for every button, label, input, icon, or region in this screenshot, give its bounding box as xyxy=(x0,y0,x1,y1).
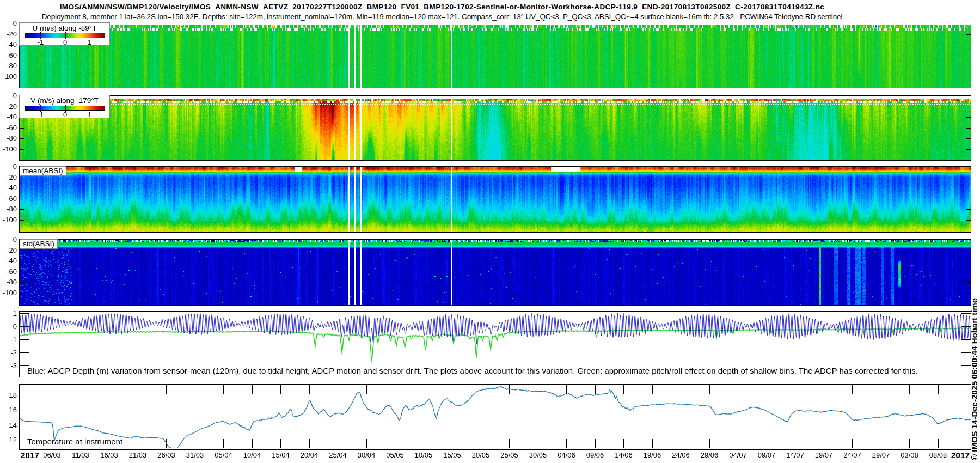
ylabel-u_velocity--100: -100 xyxy=(1,74,17,80)
xlabel-20-04: 20/04 xyxy=(295,451,324,459)
ylabel-std_absi--80: -80 xyxy=(1,279,17,285)
ylabel-u_velocity--40: -40 xyxy=(1,41,17,48)
title-line1: IMOS/ANMN/NSW/BMP120/Velocity/IMOS_ANMN-… xyxy=(0,3,884,11)
v-velocity-heatmap-canvas xyxy=(20,96,971,160)
ylabel-depth-variation--1: -1 xyxy=(1,337,17,343)
ylabel-depth-variation--2: -2 xyxy=(1,350,17,356)
ylabel-mean_absi--40: -40 xyxy=(1,185,17,191)
std-absi-heatmap-canvas xyxy=(20,240,971,305)
mean-absi-label: mean(ABSI) xyxy=(20,166,66,176)
xlabel-24-07: 24/07 xyxy=(838,451,867,459)
colorbar-label-1: 1 xyxy=(84,111,95,119)
xlabel-11-03: 11/03 xyxy=(66,451,95,459)
v-velocity-legend-title: V (m/s) along -179°T xyxy=(20,96,109,105)
mean-absi-heatmap-canvas xyxy=(20,167,971,232)
ylabel-temperature-18: 18 xyxy=(1,392,17,399)
ylabel-v_velocity--100: -100 xyxy=(1,146,17,153)
temperature-canvas xyxy=(20,385,971,448)
ylabel-v_velocity--80: -80 xyxy=(1,135,17,142)
colorbar-label-0: 0 xyxy=(60,111,71,119)
watermark: © IMOS 14-Dec-2025 06:00:44 Hobart time xyxy=(970,298,979,460)
xlabel-31-03: 31/03 xyxy=(181,451,210,459)
std-absi-label: std(ABSI) xyxy=(20,239,58,249)
ylabel-u_velocity-0: 0 xyxy=(1,20,17,27)
u-velocity-heatmap-canvas xyxy=(20,23,971,88)
xlabel-15-04: 15/04 xyxy=(266,451,295,459)
xlabel-10-04: 10/04 xyxy=(238,451,267,459)
ylabel-std_absi--40: -40 xyxy=(1,258,17,264)
u-velocity-legend: U (m/s) along -89°T -101 xyxy=(19,22,110,46)
xlabel-04-06: 04/06 xyxy=(552,451,581,459)
xlabel-04-07: 04/07 xyxy=(724,451,752,459)
xlabel-05-05: 05/05 xyxy=(381,451,409,459)
xlabel-30-05: 30/05 xyxy=(524,451,553,459)
xlabel-19-07: 19/07 xyxy=(810,451,838,459)
temperature-label: Temperature at instrument xyxy=(27,437,122,446)
v-velocity-legend: V (m/s) along -179°T -101 xyxy=(19,95,110,118)
xlabel-29-07: 29/07 xyxy=(867,451,896,459)
ylabel-std_absi--20: -20 xyxy=(1,247,17,254)
ylabel-depth-variation-1: 1 xyxy=(1,310,17,317)
colorbar-label-0: 0 xyxy=(60,38,71,46)
title-line2: Deployment 8, member 1 lat=36.2S lon=150… xyxy=(0,13,884,21)
ylabel-depth-variation-0: 0 xyxy=(1,324,17,330)
xlabel-16-03: 16/03 xyxy=(95,451,124,459)
ylabel-v_velocity--20: -20 xyxy=(1,103,17,110)
colorbar-label-1: 1 xyxy=(84,38,95,46)
ylabel-mean_absi--20: -20 xyxy=(1,174,17,181)
ylabel-std_absi--100: -100 xyxy=(1,290,17,296)
xlabel-20-05: 20/05 xyxy=(467,451,495,459)
xlabel-25-05: 25/05 xyxy=(495,451,524,459)
ylabel-mean_absi--80: -80 xyxy=(1,206,17,212)
ylabel-v_velocity--60: -60 xyxy=(1,125,17,131)
xlabel-08-08: 08/08 xyxy=(924,451,953,459)
ylabel-std_absi-0: 0 xyxy=(1,236,17,243)
xlabel-05-04: 05/04 xyxy=(209,451,238,459)
colorbar-label--1: -1 xyxy=(35,38,46,46)
ylabel-temperature-16: 16 xyxy=(1,407,17,413)
xlabel-15-05: 15/05 xyxy=(438,451,467,459)
panel-u-velocity-heatmap xyxy=(19,23,971,88)
xlabel-06-03: 06/03 xyxy=(38,451,66,459)
panel-depth-variation: Blue: ADCP Depth (m) variation from sens… xyxy=(19,311,971,377)
u-velocity-legend-title: U (m/s) along -89°T xyxy=(20,24,109,32)
ylabel-v_velocity--40: -40 xyxy=(1,114,17,120)
figure: IMOS/ANMN/NSW/BMP120/Velocity/IMOS_ANMN-… xyxy=(0,0,980,463)
panel-temperature: Temperature at instrument xyxy=(19,384,971,450)
xlabel-14-06: 14/06 xyxy=(609,451,638,459)
ylabel-mean_absi--100: -100 xyxy=(1,217,17,223)
xlabel-10-05: 10/05 xyxy=(409,451,438,459)
ylabel-depth-variation--3: -3 xyxy=(1,363,17,369)
ylabel-u_velocity--80: -80 xyxy=(1,63,17,69)
xlabel-29-06: 29/06 xyxy=(695,451,724,459)
ylabel-u_velocity--20: -20 xyxy=(1,31,17,38)
panel-std-absi-heatmap xyxy=(19,239,971,306)
xlabel-09-06: 09/06 xyxy=(581,451,610,459)
xlabel-09-07: 09/07 xyxy=(752,451,781,459)
xlabel-30-04: 30/04 xyxy=(352,451,381,459)
panel-v-velocity-heatmap xyxy=(19,95,971,161)
xlabel-14-07: 14/07 xyxy=(781,451,810,459)
xlabel-24-06: 24/06 xyxy=(666,451,695,459)
xlabel-19-06: 19/06 xyxy=(638,451,667,459)
ylabel-u_velocity--60: -60 xyxy=(1,52,17,59)
ylabel-mean_absi-0: 0 xyxy=(1,163,17,170)
ylabel-mean_absi--60: -60 xyxy=(1,196,17,202)
colorbar-label--1: -1 xyxy=(35,111,46,119)
ylabel-v_velocity-0: 0 xyxy=(1,93,17,99)
xlabel-03-08: 03/08 xyxy=(895,451,924,459)
ylabel-temperature-12: 12 xyxy=(1,437,17,443)
depth-variation-note: Blue: ADCP Depth (m) variation from sens… xyxy=(27,366,918,375)
xlabel-26-03: 26/03 xyxy=(152,451,181,459)
ylabel-std_absi--60: -60 xyxy=(1,269,17,275)
xlabel-25-04: 25/04 xyxy=(323,451,352,459)
ylabel-temperature-14: 14 xyxy=(1,422,17,429)
panel-mean-absi-heatmap xyxy=(19,166,971,233)
xlabel-21-03: 21/03 xyxy=(124,451,152,459)
